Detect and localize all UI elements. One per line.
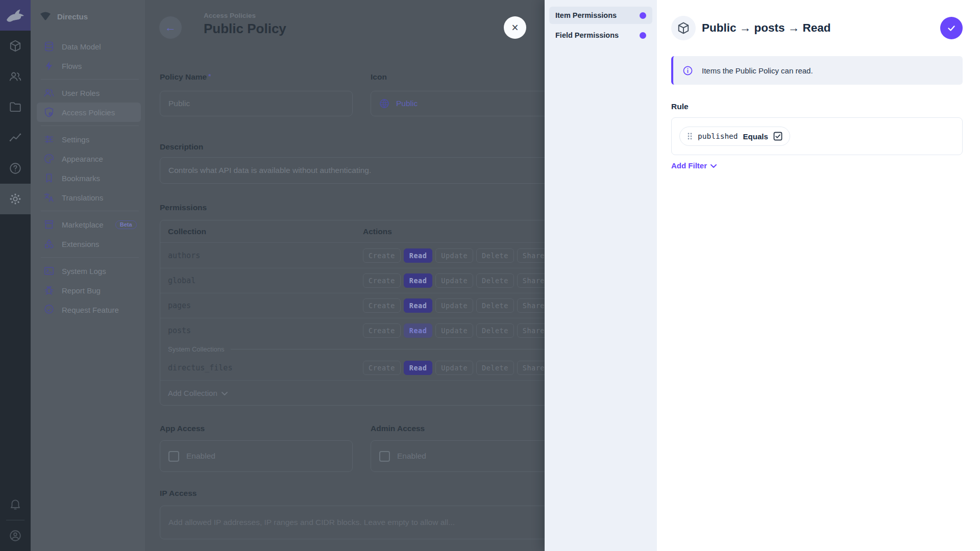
module-settings[interactable] (0, 184, 31, 214)
shapes-icon (43, 238, 55, 250)
shield-lock-icon (43, 106, 55, 118)
status-dot-icon (640, 32, 646, 39)
cube-icon (677, 21, 690, 35)
update-permission-chip[interactable]: Update (435, 298, 473, 313)
sidebar-item-settings[interactable]: Settings (31, 130, 141, 149)
permissions-drawer: Item Permissions Field Permissions Publi… (545, 0, 980, 551)
drawer-main: Public → posts → Read Items the Public P… (657, 0, 980, 551)
chevron-down-icon (222, 392, 228, 396)
user-menu[interactable] (0, 520, 31, 551)
create-permission-chip[interactable]: Create (363, 248, 401, 263)
read-permission-chip[interactable]: Read (404, 361, 433, 375)
sidebar-item-request-feature[interactable]: Request Feature (31, 300, 141, 319)
update-permission-chip[interactable]: Update (435, 273, 473, 288)
admin-access-checkbox-field[interactable]: Enabled (371, 440, 564, 472)
sidebar-item-data-model[interactable]: Data Model (31, 37, 141, 56)
create-permission-chip[interactable]: Create (363, 273, 401, 288)
delete-permission-chip[interactable]: Delete (476, 273, 514, 288)
bolt-icon (43, 60, 55, 72)
info-notice: Items the Public Policy can read. (671, 56, 963, 85)
sidebar-item-translations[interactable]: Translations (31, 188, 141, 207)
drawer-tab-list: Item Permissions Field Permissions (545, 0, 657, 551)
update-permission-chip[interactable]: Update (435, 323, 473, 338)
directus-logo[interactable] (0, 0, 31, 31)
update-permission-chip[interactable]: Update (435, 361, 473, 375)
module-users[interactable] (0, 61, 31, 92)
create-permission-chip[interactable]: Create (363, 298, 401, 313)
beta-badge: Beta (115, 220, 137, 229)
sidebar-item-extensions[interactable]: Extensions (31, 234, 141, 254)
read-permission-chip[interactable]: Read (404, 248, 433, 263)
drawer-header-icon-circle (671, 16, 696, 40)
avatar-icon (9, 529, 22, 542)
checkbox-checked-icon[interactable] (773, 132, 782, 141)
checkbox-unchecked-icon[interactable] (379, 451, 390, 462)
globe-icon (379, 98, 389, 109)
gear-icon (9, 192, 22, 206)
collection-name: global (160, 276, 195, 285)
icon-select[interactable]: Public (371, 91, 564, 116)
actions-column-header: Actions (363, 227, 392, 236)
delete-permission-chip[interactable]: Delete (476, 298, 514, 313)
rule-box: published Equals (671, 117, 963, 155)
sidebar-item-bookmarks[interactable]: Bookmarks (31, 168, 141, 188)
collection-column-header: Collection (160, 227, 206, 236)
info-icon (682, 65, 693, 76)
module-help[interactable] (0, 153, 31, 184)
checkbox-unchecked-icon[interactable] (168, 451, 179, 462)
policy-name-input[interactable]: Public (160, 91, 353, 116)
collection-name: authors (160, 251, 200, 260)
filter-operator[interactable]: Equals (743, 132, 768, 141)
translate-icon (43, 191, 55, 204)
update-permission-chip[interactable]: Update (435, 248, 473, 263)
create-permission-chip[interactable]: Create (363, 323, 401, 338)
filter-field[interactable]: published (698, 132, 738, 140)
add-filter-button[interactable]: Add Filter (671, 161, 717, 170)
icon-label: Icon (371, 72, 564, 82)
sidebar-item-user-roles[interactable]: User Roles (31, 83, 141, 103)
sidebar-item-appearance[interactable]: Appearance (31, 149, 141, 168)
chevron-down-icon (710, 164, 717, 168)
required-star: * (208, 72, 211, 80)
tab-field-permissions[interactable]: Field Permissions (549, 27, 652, 44)
notice-text: Items the Public Policy can read. (702, 66, 813, 75)
create-permission-chip[interactable]: Create (363, 361, 401, 375)
close-icon: × (511, 21, 518, 35)
module-insights[interactable] (0, 122, 31, 153)
read-permission-chip[interactable]: Read (404, 298, 433, 313)
drawer-title: Public → posts → Read (702, 21, 831, 35)
app-access-checkbox-field[interactable]: Enabled (160, 440, 353, 472)
read-permission-chip[interactable]: Read (404, 273, 433, 288)
read-permission-chip-editing[interactable]: Read (404, 323, 433, 338)
users-icon (9, 70, 22, 83)
sidebar-item-flows[interactable]: Flows (31, 56, 141, 76)
sliders-icon (43, 133, 55, 145)
delete-permission-chip[interactable]: Delete (476, 248, 514, 263)
divider (41, 79, 139, 80)
save-button[interactable] (940, 17, 963, 39)
sidebar-item-access-policies[interactable]: Access Policies (37, 103, 141, 122)
database-icon (43, 40, 55, 53)
project-header[interactable]: Directus (31, 0, 145, 33)
status-dot-icon (640, 12, 646, 19)
palette-icon (43, 153, 55, 165)
drag-handle-icon[interactable] (687, 132, 693, 140)
sidebar-item-report-bug[interactable]: Report Bug (31, 281, 141, 300)
notifications[interactable] (0, 489, 31, 520)
delete-permission-chip[interactable]: Delete (476, 361, 514, 375)
bug-icon (43, 284, 55, 296)
tab-item-permissions[interactable]: Item Permissions (549, 7, 652, 24)
divider (41, 211, 139, 211)
collection-name: directus_files (160, 363, 232, 372)
divider (41, 126, 139, 126)
module-content[interactable] (0, 31, 31, 61)
nav-sidebar: Directus Data Model Flows User Roles Acc… (31, 0, 145, 551)
sidebar-item-system-logs[interactable]: System Logs (31, 261, 141, 281)
sidebar-item-marketplace[interactable]: Marketplace Beta (31, 215, 141, 234)
filter-chip[interactable]: published Equals (679, 127, 790, 146)
close-drawer-button[interactable]: × (504, 16, 526, 39)
delete-permission-chip[interactable]: Delete (476, 323, 514, 338)
terminal-icon (43, 265, 55, 277)
rabbit-logo-icon (6, 8, 25, 23)
module-files[interactable] (0, 92, 31, 122)
